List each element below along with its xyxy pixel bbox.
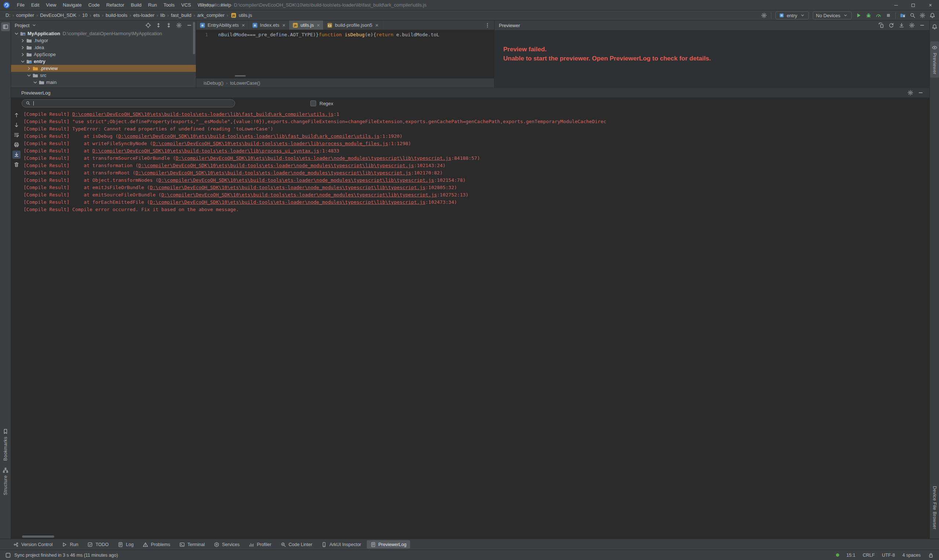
tree-item-myapplication[interactable]: MyApplicationD:\compiler_data\OpenHarmon…: [11, 30, 196, 37]
minimize-button[interactable]: [887, 0, 905, 10]
log-file-link[interactable]: D:\compiler\DevEcoOH_SDK\10\ets\build-to…: [150, 199, 425, 205]
editor-breadcrumb-item[interactable]: toLowerCase(): [230, 81, 260, 86]
close-tab-icon[interactable]: ×: [242, 22, 245, 28]
log-file-link[interactable]: D:\compiler\DevEcoOH_SDK\10\ets\build-to…: [176, 155, 451, 161]
hide-panel-button[interactable]: [187, 22, 192, 28]
editor-horizontal-scrollbar[interactable]: [235, 75, 246, 77]
tree-item-preview[interactable]: .preview: [11, 65, 196, 72]
settings-button[interactable]: [920, 12, 925, 18]
collapse-all-button[interactable]: [166, 22, 172, 28]
chevron-down-icon[interactable]: [31, 22, 37, 28]
soft-wrap-button[interactable]: [12, 131, 20, 139]
previewer-tool-button[interactable]: Previewer: [930, 42, 939, 78]
hide-log-button[interactable]: [918, 90, 924, 95]
hide-previewer-button[interactable]: [919, 22, 925, 28]
tree-item-src[interactable]: src: [11, 72, 196, 79]
menu-run[interactable]: Run: [145, 1, 160, 9]
chevron-right-icon[interactable]: [19, 38, 26, 44]
breadcrumb-item-lib[interactable]: lib: [159, 12, 166, 19]
log-file-link[interactable]: D:\compiler\DevEcoOH_SDK\10\ets\build-to…: [72, 111, 333, 117]
notifications-button[interactable]: [930, 12, 935, 18]
menu-edit[interactable]: Edit: [28, 1, 43, 9]
chevron-right-icon[interactable]: [19, 52, 26, 57]
editor-tab-build-profile-json5[interactable]: {}build-profile.json5×: [324, 20, 382, 30]
chevron-right-icon[interactable]: [26, 66, 32, 71]
bookmarks-tool-button[interactable]: Bookmarks: [1, 425, 10, 464]
indent-indicator[interactable]: 4 spaces: [902, 553, 920, 558]
tab-options-icon[interactable]: [481, 20, 494, 30]
previewer-settings-button[interactable]: [909, 22, 915, 28]
expand-all-button[interactable]: [156, 22, 161, 28]
tree-item-main[interactable]: main: [11, 79, 196, 86]
select-opened-file-button[interactable]: [145, 22, 151, 28]
tree-item-ets[interactable]: ets: [11, 86, 196, 88]
build-settings-icon[interactable]: [761, 12, 767, 18]
chevron-right-icon[interactable]: [19, 45, 26, 51]
tool-button-terminal[interactable]: Terminal: [176, 540, 208, 549]
tool-button-code-linter[interactable]: Code Linter: [277, 540, 316, 549]
panel-options-button[interactable]: [176, 22, 182, 28]
tool-button-problems[interactable]: Problems: [139, 540, 174, 549]
device-file-browser-tool-button[interactable]: Device File Browser: [930, 483, 939, 533]
chevron-down-icon[interactable]: [32, 80, 38, 85]
tree-item-idea[interactable]: .idea: [11, 44, 196, 51]
menu-build[interactable]: Build: [128, 1, 145, 9]
export-button[interactable]: [899, 22, 905, 28]
run-button[interactable]: [856, 12, 862, 18]
close-tab-icon[interactable]: ×: [316, 22, 320, 28]
breadcrumb-item-utils-js[interactable]: utils.js: [238, 12, 253, 19]
close-button[interactable]: ×: [922, 0, 939, 10]
tool-button-profiler[interactable]: Profiler: [245, 540, 275, 549]
refresh-button[interactable]: [888, 22, 894, 28]
chevron-down-icon[interactable]: [19, 58, 26, 65]
run-configuration-select[interactable]: entry: [776, 11, 809, 19]
log-file-link[interactable]: D:\compiler\DevEcoOH_SDK\10\ets\build-to…: [159, 177, 434, 183]
tool-button-todo[interactable]: TODO: [83, 540, 112, 549]
log-search-box[interactable]: [22, 99, 235, 108]
log-horizontal-scrollbar[interactable]: [22, 535, 54, 538]
breadcrumb-item-10[interactable]: 10: [81, 12, 88, 19]
encoding-indicator[interactable]: UTF-8: [882, 553, 895, 558]
editor-breadcrumb-item[interactable]: isDebug(): [204, 81, 224, 86]
log-file-link[interactable]: D:\compiler\DevEcoOH_SDK\10\ets\build-to…: [161, 192, 437, 197]
device-file-browser-button[interactable]: [900, 12, 906, 18]
log-file-link[interactable]: D:\compiler\DevEcoOH_SDK\10\ets\build-to…: [153, 141, 388, 146]
tree-item-hvigor[interactable]: .hvigor: [11, 37, 196, 44]
log-search-input[interactable]: [36, 100, 231, 107]
regex-checkbox[interactable]: [310, 100, 316, 106]
chevron-down-icon[interactable]: [13, 31, 19, 37]
breadcrumb-item-compiler[interactable]: compiler: [15, 12, 35, 19]
rotate-device-button[interactable]: [878, 22, 884, 28]
line-separator-indicator[interactable]: CRLF: [863, 553, 875, 558]
editor-tab-entryability-ets[interactable]: eEntryAbility.ets×: [196, 20, 249, 30]
tool-button-version-control[interactable]: Version Control: [9, 540, 56, 549]
print-button[interactable]: [12, 141, 20, 149]
menu-vcs[interactable]: VCS: [178, 1, 194, 9]
chevron-down-icon[interactable]: [38, 86, 45, 88]
log-file-link[interactable]: D:\compiler\DevEcoOH_SDK\10\ets\build-to…: [93, 148, 319, 154]
menu-refactor[interactable]: Refactor: [103, 1, 128, 9]
log-file-link[interactable]: D:\compiler\DevEcoOH_SDK\10\ets\build-to…: [135, 170, 411, 175]
tree-item-appscope[interactable]: AppScope: [11, 51, 196, 58]
breadcrumb-item-fast-build[interactable]: fast_build: [170, 12, 193, 19]
menu-view[interactable]: View: [43, 1, 59, 9]
tool-button-arkui-inspector[interactable]: ArkUI Inspector: [318, 540, 365, 549]
menu-navigate[interactable]: Navigate: [59, 1, 85, 9]
menu-code[interactable]: Code: [85, 1, 103, 9]
breadcrumb-item-d-[interactable]: D:: [5, 12, 11, 19]
breadcrumb-item-ets-loader[interactable]: ets-loader: [132, 12, 156, 19]
profiler-button[interactable]: [876, 12, 881, 18]
project-scrollbar[interactable]: [193, 22, 195, 54]
code-editor[interactable]: 1 nBuildMode===_pre_define.AOT_TYPE)}fun…: [196, 30, 494, 78]
log-settings-button[interactable]: [907, 90, 913, 95]
breadcrumb-item-devecooh-sdk[interactable]: DevEcoOH_SDK: [39, 12, 77, 19]
breadcrumb-item-ark-compiler[interactable]: ark_compiler: [196, 12, 225, 19]
up-stack-trace-button[interactable]: [12, 111, 20, 119]
tool-button-run[interactable]: Run: [58, 540, 82, 549]
project-panel-title[interactable]: Project: [15, 23, 29, 28]
regex-option[interactable]: Regex: [310, 100, 333, 106]
stop-button[interactable]: [885, 12, 891, 18]
close-tab-icon[interactable]: ×: [282, 22, 286, 28]
lock-icon[interactable]: [928, 552, 934, 558]
log-file-link[interactable]: D:\compiler\DevEcoOH_SDK\10\ets\build-to…: [118, 134, 379, 139]
